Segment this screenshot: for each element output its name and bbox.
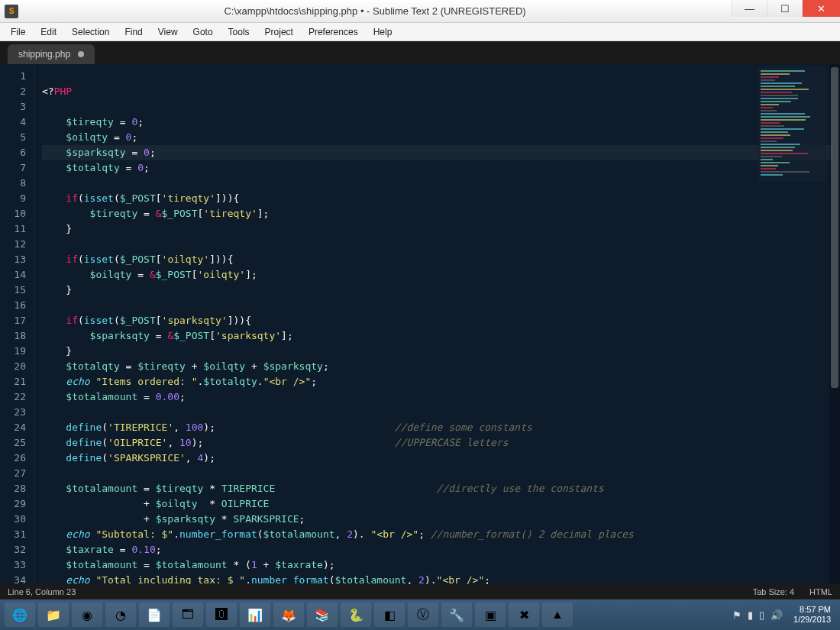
line-number: 11 — [3, 221, 26, 237]
code-line[interactable] — [42, 466, 832, 481]
code-line[interactable]: $totalqty = $tireqty + $oilqty + $sparks… — [42, 359, 832, 374]
menu-find[interactable]: Find — [117, 24, 150, 40]
line-number: 24 — [3, 420, 26, 435]
menu-view[interactable]: View — [150, 24, 186, 40]
line-number: 25 — [3, 435, 26, 451]
menu-goto[interactable]: Goto — [186, 24, 221, 40]
clock[interactable]: 8:57 PM 1/29/2013 — [789, 605, 835, 625]
menu-file[interactable]: File — [3, 24, 33, 40]
taskbar-lib-icon[interactable]: 📚 — [307, 603, 338, 627]
taskbar-firefox-icon[interactable]: 🦊 — [273, 603, 304, 627]
code-line[interactable]: echo "Subtotal: $".number_format($totala… — [42, 527, 832, 542]
line-number: 6 — [3, 145, 26, 160]
taskbar-sublime-icon[interactable]: ◧ — [374, 603, 405, 627]
code-line[interactable]: $totalamount = $totalamount * (1 + $taxr… — [42, 557, 832, 573]
tray-network-icon[interactable]: ▯ — [759, 609, 764, 621]
menu-help[interactable]: Help — [366, 24, 400, 40]
code-line[interactable]: define('OILPRICE', 10); //UPPERCASE lett… — [42, 435, 832, 451]
line-number: 18 — [3, 328, 26, 344]
code-line[interactable]: $sparksqty = &$_POST['sparksqty']; — [42, 328, 832, 344]
line-number: 34 — [3, 573, 26, 584]
line-number: 9 — [3, 191, 26, 206]
tray-volume-icon[interactable]: 🔊 — [771, 609, 783, 621]
code-line[interactable] — [42, 237, 832, 252]
tray-battery-icon[interactable]: ▮ — [748, 609, 753, 621]
menu-tools[interactable]: Tools — [221, 24, 257, 40]
tab-size-indicator[interactable]: Tab Size: 4 — [753, 587, 794, 596]
code-line[interactable]: } — [42, 344, 832, 359]
taskbar-python-icon[interactable]: 🐍 — [341, 603, 371, 627]
line-number: 2 — [3, 84, 26, 99]
line-number: 28 — [3, 481, 26, 496]
tab-shipping[interactable]: shipping.php — [8, 44, 95, 64]
code-line[interactable]: define('SPARKSPRICE', 4); — [42, 451, 832, 466]
code-line[interactable]: $totalamount = $tireqty * TIREPRICE //di… — [42, 481, 832, 496]
code-line[interactable]: $totalamount = 0.00; — [42, 389, 832, 405]
code-line[interactable]: if(isset($_POST['oilqty'])){ — [42, 252, 832, 267]
line-number: 4 — [3, 115, 26, 130]
code-area[interactable]: <?PHP $tireqty = 0; $oilqty = 0; $sparks… — [34, 64, 840, 584]
minimize-button[interactable]: — — [732, 0, 767, 17]
line-number: 15 — [3, 283, 26, 298]
taskbar-excel-icon[interactable]: 📊 — [240, 603, 270, 627]
tabbar: shipping.php — [0, 41, 840, 64]
code-line[interactable] — [42, 298, 832, 313]
taskbar-vpn-icon[interactable]: Ⓥ — [408, 603, 438, 627]
code-line[interactable]: } — [42, 283, 832, 298]
code-line[interactable] — [42, 99, 832, 115]
code-line[interactable]: echo "Total including tax: $ ".number_fo… — [42, 573, 832, 584]
taskbar-word-icon[interactable]: 📄 — [139, 603, 170, 627]
line-number: 29 — [3, 496, 26, 512]
taskbar-ie-icon[interactable]: 🌐 — [5, 603, 35, 627]
taskbar-sublime2-icon[interactable]: ▣ — [475, 603, 506, 627]
line-number: 14 — [3, 267, 26, 283]
taskbar-chrome-icon[interactable]: ◉ — [72, 603, 102, 627]
code-line[interactable]: $totalqty = 0; — [42, 160, 832, 176]
menu-selection[interactable]: Selection — [64, 24, 117, 40]
taskbar-xampp-icon[interactable]: ✖ — [509, 603, 539, 627]
taskbar-explorer-icon[interactable]: 📁 — [38, 603, 69, 627]
code-line[interactable] — [42, 176, 832, 191]
code-line[interactable]: $taxrate = 0.10; — [42, 542, 832, 557]
menu-preferences[interactable]: Preferences — [301, 24, 366, 40]
code-line[interactable]: $sparksqty = 0; — [42, 145, 832, 160]
code-line[interactable]: if(isset($_POST['sparksqty'])){ — [42, 313, 832, 328]
line-number: 7 — [3, 160, 26, 176]
code-line[interactable]: $tireqty = 0; — [42, 115, 832, 130]
code-line[interactable]: $oilqty = &$_POST['oilqty']; — [42, 267, 832, 283]
code-line[interactable]: define('TIREPRICE', 100); //define some … — [42, 420, 832, 435]
line-number: 5 — [3, 130, 26, 145]
taskbar-eclipse-icon[interactable]: ◔ — [105, 603, 136, 627]
line-number: 23 — [3, 405, 26, 420]
line-number: 19 — [3, 344, 26, 359]
code-line[interactable]: <?PHP — [42, 84, 832, 99]
code-line[interactable]: + $sparksqty * SPARKSPRICE; — [42, 512, 832, 527]
taskbar-adobe-icon[interactable]: ▲ — [542, 603, 573, 627]
editor: 1234567891011121314151617181920212223242… — [0, 64, 840, 584]
tray-flag-icon[interactable]: ⚑ — [732, 609, 741, 621]
code-line[interactable] — [42, 69, 832, 84]
maximize-button[interactable]: ☐ — [767, 0, 802, 17]
vertical-scrollbar[interactable] — [829, 64, 840, 584]
code-line[interactable]: $tireqty = &$_POST['tireqty']; — [42, 206, 832, 221]
taskbar-opera-icon[interactable]: 🅾 — [206, 603, 237, 627]
code-line[interactable]: } — [42, 221, 832, 237]
clock-date: 1/29/2013 — [793, 615, 831, 625]
taskbar-tool-icon[interactable]: 🔧 — [441, 603, 472, 627]
code-line[interactable]: + $oilqty * OILPRICE — [42, 496, 832, 512]
menu-edit[interactable]: Edit — [33, 24, 64, 40]
close-button[interactable]: ✕ — [802, 0, 840, 17]
syntax-indicator[interactable]: HTML — [809, 587, 832, 596]
line-number: 22 — [3, 389, 26, 405]
scrollbar-thumb[interactable] — [831, 67, 838, 388]
window-title: C:\xampp\htdocs\shipping.php • - Sublime… — [18, 5, 732, 17]
code-line[interactable]: if(isset($_POST['tireqty'])){ — [42, 191, 832, 206]
code-line[interactable]: echo "Items ordered: ".$totalqty."<br />… — [42, 374, 832, 389]
menu-project[interactable]: Project — [257, 24, 301, 40]
code-line[interactable]: $oilqty = 0; — [42, 130, 832, 145]
dirty-indicator-icon — [78, 51, 84, 57]
line-number: 27 — [3, 466, 26, 481]
minimap[interactable] — [758, 67, 826, 182]
code-line[interactable] — [42, 405, 832, 420]
taskbar-winexp-icon[interactable]: 🗔 — [173, 603, 203, 627]
